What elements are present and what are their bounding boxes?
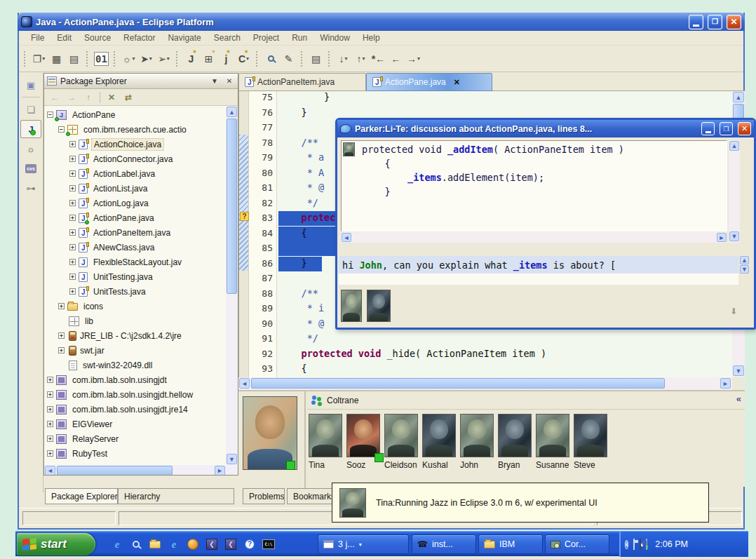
up-button[interactable]: ↑	[81, 90, 96, 105]
code-line[interactable]: 92 protected void _hide( ActionPaneItem …	[239, 346, 732, 362]
tree-expander[interactable]: +	[58, 332, 65, 339]
scroll-right-icon[interactable]: ►	[215, 466, 225, 476]
tree-item[interactable]: +icons	[44, 299, 226, 314]
tree-item[interactable]: +ActionPane.java	[44, 210, 226, 225]
java-search-button[interactable]	[262, 50, 280, 67]
menu-window[interactable]: Window	[313, 32, 356, 44]
code-line[interactable]: 75 }	[239, 91, 732, 105]
internet-explorer-icon[interactable]: e	[168, 538, 180, 551]
tree-item[interactable]: +ANewClass.java	[44, 240, 226, 255]
tree-item[interactable]: swt-win32-2049.dll	[44, 358, 226, 372]
menu-run[interactable]: Run	[285, 32, 313, 44]
scroll-down-icon[interactable]: ▼	[740, 265, 749, 274]
back-button[interactable]: ←	[47, 90, 62, 105]
close-view-icon[interactable]: ✕	[224, 77, 235, 85]
chat-participant-avatar-2[interactable]	[367, 290, 391, 322]
msn-sphere-icon[interactable]	[187, 538, 199, 551]
tree-item[interactable]: +com.ibm.lab.soln.usingjdt	[44, 372, 226, 387]
plugin-perspective-button[interactable]: ⊶	[20, 179, 41, 197]
chat-code-vscrollbar[interactable]: ▲▼	[729, 140, 740, 243]
tree-expander[interactable]: −	[47, 112, 53, 118]
scroll-thumb[interactable]	[251, 378, 665, 389]
print-button[interactable]: ▤	[65, 50, 83, 67]
cvs-perspective-button[interactable]: cvs	[20, 159, 41, 177]
code-line[interactable]: 91 */	[239, 331, 732, 346]
prev-annotation-button[interactable]: ↑▾	[352, 50, 370, 67]
tree-item[interactable]: −com.ibm.research.cue.actio	[44, 122, 226, 137]
editor-tab-actionpane.java[interactable]: ActionPane.java✕	[366, 73, 492, 91]
tree-item[interactable]: +ActionChoice.java	[44, 137, 226, 151]
tree-expander[interactable]: +	[69, 141, 76, 147]
chat-expand-icon[interactable]: ⬇	[730, 307, 737, 316]
tree-item[interactable]: +ActionPaneItem.java	[44, 225, 226, 240]
code-line[interactable]: 93 {	[239, 361, 732, 377]
scroll-left-icon[interactable]: ◄	[45, 466, 55, 476]
scroll-right-icon[interactable]: ►	[720, 378, 731, 389]
app-purple-2-icon[interactable]: ❮	[224, 538, 237, 551]
menu-navigate[interactable]: Navigate	[161, 32, 207, 44]
tree-item[interactable]: +ActionConnector.java	[44, 151, 226, 166]
title-bar[interactable]: Java - ActionPane.java - Eclipse Platfor…	[18, 13, 745, 31]
marker-button[interactable]: ✎	[280, 50, 297, 67]
buddy-avatar[interactable]	[574, 414, 607, 457]
tree-expander[interactable]: +	[69, 259, 76, 265]
buddy-avatar[interactable]	[536, 414, 569, 457]
new-class-button[interactable]: j	[217, 50, 235, 67]
taskbar-button-cor[interactable]: Cor...	[545, 534, 609, 554]
menu-source[interactable]: Source	[78, 32, 117, 44]
new-java-project-button[interactable]: J	[182, 50, 200, 67]
tree-expander[interactable]: +	[69, 170, 76, 177]
tree-expander[interactable]: +	[47, 450, 53, 457]
display-icon[interactable]	[640, 539, 641, 549]
tree-expander[interactable]: +	[69, 185, 76, 191]
tree-expander[interactable]: +	[69, 215, 76, 221]
tree-expander[interactable]: +	[69, 274, 76, 280]
forward-button[interactable]: →▾	[405, 50, 422, 67]
package-explorer-hscrollbar[interactable]: ◄►	[44, 465, 238, 476]
tree-expander[interactable]: +	[69, 229, 76, 236]
scroll-up-icon[interactable]: ▲	[740, 256, 749, 264]
tree-item[interactable]: +ActionLabel.java	[44, 166, 226, 181]
tree-vscrollbar[interactable]: ▲▼	[226, 106, 238, 465]
tree-expander[interactable]: +	[47, 421, 53, 427]
buddy-sooz[interactable]: Sooz	[346, 414, 382, 470]
tree-item[interactable]: +UnitTests.java	[44, 284, 226, 299]
buddy-tina[interactable]: Tina	[309, 414, 344, 470]
chat-close-button[interactable]	[738, 122, 751, 135]
menu-help[interactable]: Help	[356, 32, 386, 44]
help-icon[interactable]: ?	[243, 538, 256, 551]
new-interface-button[interactable]: C▾	[235, 50, 252, 67]
open-type-button[interactable]: 01	[93, 50, 110, 67]
tree-expander[interactable]: +	[69, 288, 76, 295]
taskbar-button-ibm[interactable]: IBM	[478, 534, 543, 554]
save-button[interactable]: ▦	[48, 50, 65, 67]
close-button[interactable]	[727, 15, 741, 29]
tree-item[interactable]: +ActionLog.java	[44, 196, 226, 210]
tree-item[interactable]: +UnitTesting.java	[44, 269, 226, 284]
new-package-button[interactable]: ⊞	[200, 50, 217, 67]
chat-maximize-button[interactable]	[720, 122, 733, 135]
my-documents-icon[interactable]	[149, 538, 161, 551]
chat-title-bar[interactable]: Parker:Li-Te: discussion about ActionPan…	[337, 120, 754, 137]
tree-item[interactable]: +RelayServer	[44, 431, 226, 446]
scroll-right-icon[interactable]: ►	[717, 233, 727, 242]
scroll-up-icon[interactable]: ▲	[733, 92, 744, 102]
java-perspective-button[interactable]: J	[20, 120, 41, 138]
tree-item[interactable]: +RubyTest	[44, 446, 226, 461]
last-edit-location-button[interactable]: *←	[370, 50, 387, 67]
editor-hscrollbar[interactable]: ◄►	[238, 377, 732, 390]
self-avatar[interactable]	[243, 396, 297, 470]
scroll-up-icon[interactable]: ▲	[227, 107, 237, 117]
tree-item[interactable]: +EIGViewer	[44, 417, 226, 431]
view-menu-icon[interactable]: ▼	[209, 77, 220, 85]
scroll-thumb[interactable]	[227, 119, 237, 294]
tree-expander[interactable]: +	[69, 244, 76, 250]
next-annotation-button[interactable]: ↓▾	[335, 50, 352, 67]
command-prompt-icon[interactable]: C:\	[262, 538, 275, 551]
scroll-left-icon[interactable]: ◄	[239, 378, 250, 389]
ie-document-icon[interactable]: e	[111, 538, 123, 551]
tree-expander[interactable]: +	[47, 377, 53, 383]
forward-button[interactable]: →	[64, 90, 79, 105]
chat-message-scroll[interactable]: ▲▼	[740, 256, 750, 274]
tab-package-explorer[interactable]: Package Explorer	[45, 488, 118, 504]
